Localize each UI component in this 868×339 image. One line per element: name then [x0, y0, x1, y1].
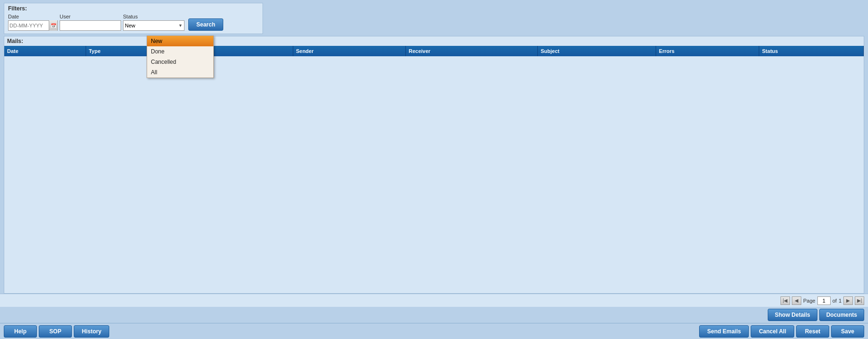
pagination-bar: |◀ ◀ Page 1 of 1 ▶ ▶|: [0, 294, 868, 307]
status-dropdown: New Done Cancelled All: [147, 35, 214, 78]
help-button[interactable]: Help: [4, 325, 37, 338]
col-receiver: Receiver: [406, 46, 538, 56]
mails-table: Date Type Number Sender Receiver Subject…: [4, 46, 864, 293]
filters-section: Filters: Date 📅 User Status New: [4, 3, 263, 34]
mails-table-container: Date Type Number Sender Receiver Subject…: [4, 46, 864, 293]
show-details-button[interactable]: Show Details: [768, 309, 817, 321]
send-emails-button[interactable]: Send Emails: [699, 325, 749, 338]
mails-table-body: [4, 56, 864, 293]
action-bar: Show Details Documents: [0, 307, 868, 323]
col-date: Date: [4, 46, 86, 56]
reset-button[interactable]: Reset: [796, 325, 829, 338]
date-filter-group: Date 📅: [8, 14, 58, 31]
col-subject: Subject: [538, 46, 656, 56]
col-errors: Errors: [656, 46, 759, 56]
prev-page-button[interactable]: ◀: [792, 296, 801, 305]
dropdown-item-done[interactable]: Done: [147, 46, 213, 57]
user-filter-group: User: [60, 14, 121, 31]
last-page-button[interactable]: ▶|: [855, 296, 864, 305]
search-button[interactable]: Search: [188, 18, 223, 31]
dropdown-item-cancelled[interactable]: Cancelled: [147, 57, 213, 67]
of-label: of: [833, 298, 837, 304]
mails-section: Mails: Date Type Number Sender Receiver …: [4, 36, 864, 294]
total-pages: 1: [839, 298, 842, 304]
filters-label: Filters:: [8, 5, 259, 12]
mails-table-header: Date Type Number Sender Receiver Subject…: [4, 46, 864, 56]
status-select-wrap: New Done Cancelled All: [123, 20, 184, 31]
date-input-wrap: 📅: [8, 20, 58, 31]
first-page-button[interactable]: |◀: [780, 296, 790, 305]
date-label: Date: [8, 14, 58, 19]
history-button[interactable]: History: [74, 325, 109, 338]
documents-button[interactable]: Documents: [819, 309, 864, 321]
status-filter-group: Status New Done Cancelled All: [123, 14, 184, 31]
next-page-button[interactable]: ▶: [843, 296, 853, 305]
cancel-all-button[interactable]: Cancel All: [751, 325, 794, 338]
date-input[interactable]: [9, 21, 49, 30]
page-number-input[interactable]: 1: [817, 296, 831, 305]
mails-label: Mails:: [4, 36, 864, 46]
col-status: Status: [759, 46, 864, 56]
footer-right-buttons: Send Emails Cancel All Reset Save: [699, 325, 864, 338]
dropdown-item-new[interactable]: New: [147, 36, 213, 46]
calendar-button[interactable]: 📅: [49, 20, 57, 31]
user-label: User: [60, 14, 121, 19]
save-button[interactable]: Save: [831, 325, 864, 338]
status-label: Status: [123, 14, 184, 19]
filters-row: Date 📅 User Status New Done Cancelled: [8, 14, 259, 31]
footer-bar: Help SOP History Send Emails Cancel All …: [0, 323, 868, 339]
sop-button[interactable]: SOP: [39, 325, 72, 338]
status-select[interactable]: New Done Cancelled All: [123, 20, 184, 31]
dropdown-item-all[interactable]: All: [147, 67, 213, 78]
page-label: Page: [803, 298, 815, 304]
col-sender: Sender: [293, 46, 405, 56]
user-input[interactable]: [60, 20, 121, 31]
